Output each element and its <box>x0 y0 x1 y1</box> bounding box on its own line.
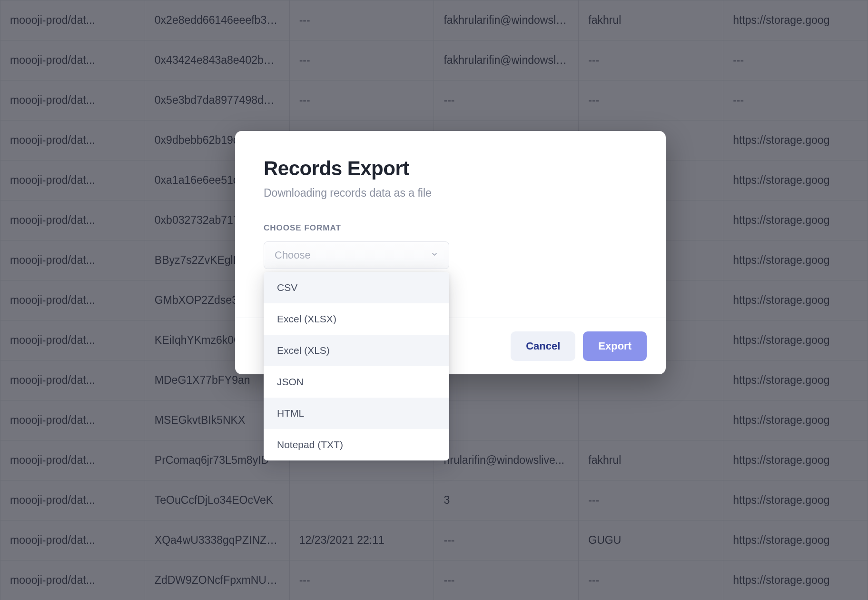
format-select[interactable]: Choose <box>264 241 449 269</box>
format-option[interactable]: CSV <box>264 272 449 303</box>
format-dropdown: CSVExcel (XLSX)Excel (XLS)JSONHTMLNotepa… <box>264 272 449 460</box>
export-modal: Records Export Downloading records data … <box>235 131 666 374</box>
cancel-button[interactable]: Cancel <box>511 331 575 361</box>
format-option[interactable]: Excel (XLS) <box>264 335 449 366</box>
select-placeholder: Choose <box>275 249 311 261</box>
modal-title: Records Export <box>264 157 637 180</box>
export-button[interactable]: Export <box>583 331 647 361</box>
chevron-down-icon <box>431 250 438 260</box>
format-option[interactable]: JSON <box>264 366 449 398</box>
format-option[interactable]: HTML <box>264 398 449 429</box>
format-field-label: CHOOSE FORMAT <box>264 223 637 233</box>
format-option[interactable]: Notepad (TXT) <box>264 429 449 460</box>
format-option[interactable]: Excel (XLSX) <box>264 303 449 335</box>
modal-subtitle: Downloading records data as a file <box>264 187 637 200</box>
